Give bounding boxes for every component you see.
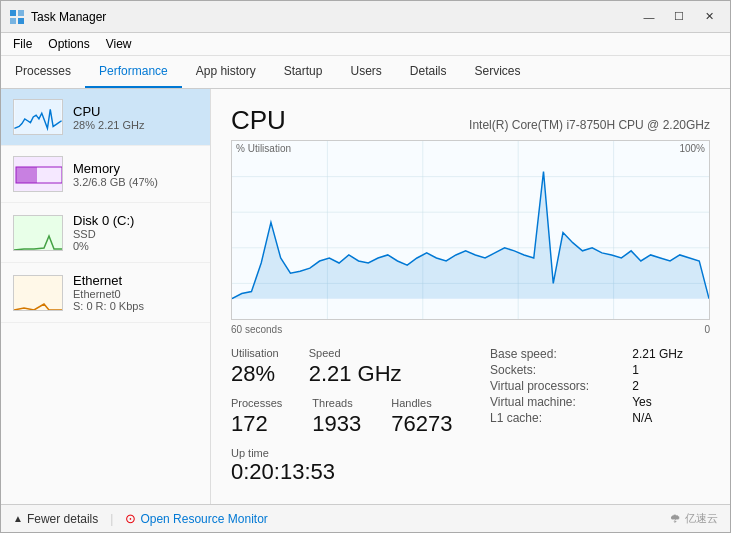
menu-options[interactable]: Options [40,33,97,55]
menu-view[interactable]: View [98,33,140,55]
close-button[interactable]: ✕ [696,7,722,27]
tab-startup[interactable]: Startup [270,56,337,88]
speed-block: Speed 2.21 GHz [309,347,402,387]
disk-type: SSD [73,228,134,240]
disk-detail: 0% [73,240,134,252]
l1-cache-label: L1 cache: [490,411,616,425]
watermark-text: 亿速云 [685,511,718,526]
detail-title: CPU [231,105,286,136]
tab-bar: Processes Performance App history Startu… [1,56,730,89]
threads-label: Threads [312,397,361,409]
utilisation-value: 28% [231,361,279,387]
chart-y-label: % Utilisation [236,143,291,154]
stats-row-1: Utilisation 28% Speed 2.21 GHz [231,347,490,387]
processes-value: 172 [231,411,282,437]
main-content: .cpuline{fill:none;stroke:#0078d4;stroke… [1,89,730,504]
fewer-details-button[interactable]: ▲ Fewer details [13,512,98,526]
tab-users[interactable]: Users [336,56,395,88]
ethernet-sidebar-info: Ethernet Ethernet0 S: 0 R: 0 Kbps [73,273,144,312]
memory-detail: 3.2/6.8 GB (47%) [73,176,158,188]
ethernet-mini-graph [13,275,63,311]
tab-services[interactable]: Services [461,56,535,88]
cpu-name: CPU [73,104,145,119]
tab-details[interactable]: Details [396,56,461,88]
svg-rect-9 [14,276,63,311]
utilisation-label: Utilisation [231,347,279,359]
handles-label: Handles [391,397,452,409]
base-speed-value: 2.21 GHz [632,347,710,361]
sockets-value: 1 [632,363,710,377]
minimize-button[interactable]: — [636,7,662,27]
sidebar-item-disk[interactable]: Disk 0 (C:) SSD 0% [1,203,210,263]
stats-right: Base speed: 2.21 GHz Sockets: 1 Virtual … [490,347,710,425]
disk-mini-graph [13,215,63,251]
sockets-label: Sockets: [490,363,616,377]
speed-label: Speed [309,347,402,359]
virtual-processors-label: Virtual processors: [490,379,616,393]
processes-block: Processes 172 [231,397,282,437]
right-stats-table: Base speed: 2.21 GHz Sockets: 1 Virtual … [490,347,710,425]
maximize-button[interactable]: ☐ [666,7,692,27]
svg-rect-7 [16,167,37,183]
app-icon [9,9,25,25]
sidebar-item-cpu[interactable]: .cpuline{fill:none;stroke:#0078d4;stroke… [1,89,210,146]
cpu-sidebar-info: CPU 28% 2.21 GHz [73,104,145,131]
cpu-chart: % Utilisation 100% .gridline { stroke: #… [231,140,710,320]
detail-panel: CPU Intel(R) Core(TM) i7-8750H CPU @ 2.2… [211,89,730,504]
detail-subtitle: Intel(R) Core(TM) i7-8750H CPU @ 2.20GHz [469,118,710,132]
processes-label: Processes [231,397,282,409]
tab-performance[interactable]: Performance [85,56,182,88]
resource-monitor-icon: ⊙ [125,511,136,526]
cpu-mini-graph: .cpuline{fill:none;stroke:#0078d4;stroke… [13,99,63,135]
virtual-machine-label: Virtual machine: [490,395,616,409]
chart-y-max: 100% [679,143,705,154]
svg-rect-2 [10,18,16,24]
window-controls: — ☐ ✕ [636,7,722,27]
uptime-value: 0:20:13:53 [231,459,490,485]
fewer-details-label: Fewer details [27,512,98,526]
menu-file[interactable]: File [5,33,40,55]
memory-name: Memory [73,161,158,176]
watermark-icon: 🌩 [670,513,681,525]
chevron-up-icon: ▲ [13,513,23,524]
tab-processes[interactable]: Processes [1,56,85,88]
disk-sidebar-info: Disk 0 (C:) SSD 0% [73,213,134,252]
l1-cache-value: N/A [632,411,710,425]
speed-value: 2.21 GHz [309,361,402,387]
virtual-processors-value: 2 [632,379,710,393]
open-resource-monitor-button[interactable]: ⊙ Open Resource Monitor [125,511,267,526]
memory-mini-graph [13,156,63,192]
menu-bar: File Options View [1,33,730,56]
chart-time-start: 60 seconds [231,324,282,335]
memory-sidebar-info: Memory 3.2/6.8 GB (47%) [73,161,158,188]
detail-header: CPU Intel(R) Core(TM) i7-8750H CPU @ 2.2… [231,105,710,136]
open-resource-monitor-label: Open Resource Monitor [140,512,267,526]
stats-row-2: Processes 172 Threads 1933 Handles 76273 [231,397,490,437]
cpu-detail: 28% 2.21 GHz [73,119,145,131]
svg-rect-0 [10,10,16,16]
title-bar: Task Manager — ☐ ✕ [1,1,730,33]
chart-time-labels: 60 seconds 0 [231,324,710,335]
threads-block: Threads 1933 [312,397,361,437]
stats-area: Utilisation 28% Speed 2.21 GHz Processes… [231,347,710,485]
sidebar-item-ethernet[interactable]: Ethernet Ethernet0 S: 0 R: 0 Kbps [1,263,210,323]
tab-app-history[interactable]: App history [182,56,270,88]
bottom-bar: ▲ Fewer details | ⊙ Open Resource Monito… [1,504,730,532]
bottom-separator: | [110,512,113,526]
ethernet-name: Ethernet [73,273,144,288]
ethernet-detail: S: 0 R: 0 Kbps [73,300,144,312]
handles-block: Handles 76273 [391,397,452,437]
svg-rect-8 [14,216,63,251]
window-title: Task Manager [31,10,636,24]
threads-value: 1933 [312,411,361,437]
base-speed-label: Base speed: [490,347,616,361]
utilisation-block: Utilisation 28% [231,347,279,387]
handles-value: 76273 [391,411,452,437]
disk-name: Disk 0 (C:) [73,213,134,228]
sidebar-item-memory[interactable]: Memory 3.2/6.8 GB (47%) [1,146,210,203]
uptime-section: Up time 0:20:13:53 [231,447,490,485]
task-manager-window: Task Manager — ☐ ✕ File Options View Pro… [0,0,731,533]
svg-rect-1 [18,10,24,16]
virtual-machine-value: Yes [632,395,710,409]
ethernet-type: Ethernet0 [73,288,144,300]
